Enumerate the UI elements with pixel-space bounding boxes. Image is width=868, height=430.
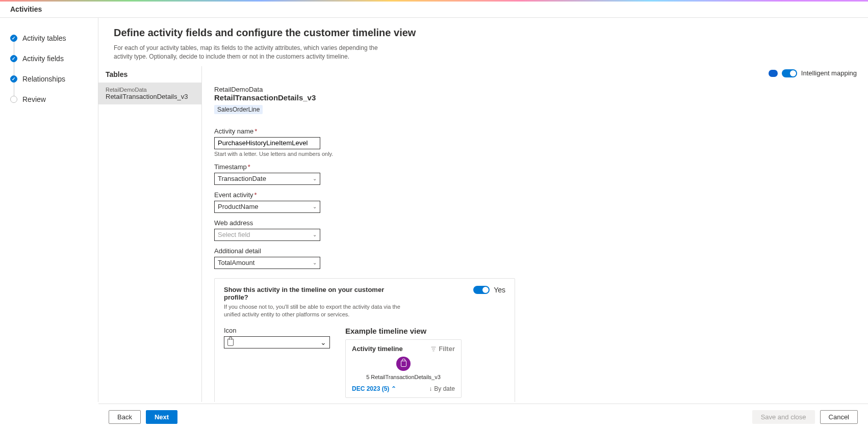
page-subtitle: For each of your activity tables, map it… — [114, 44, 379, 61]
wizard-footer: Back Next Save and close Cancel — [98, 404, 868, 430]
chevron-down-icon: ⌄ — [313, 176, 317, 181]
month-label: DEC 2023 (5) — [352, 385, 389, 392]
chevron-down-icon: ⌄ — [313, 232, 317, 237]
timeline-subtitle: If you choose not to, you'll still be ab… — [224, 303, 407, 319]
month-group-toggle[interactable]: DEC 2023 (5) ⌃ — [352, 385, 396, 392]
main-region: Activity tables Activity fields Relation… — [0, 18, 868, 402]
preview-header-label: Activity timeline — [352, 345, 403, 353]
preview-title: Example timeline view — [345, 327, 505, 335]
tables-column: Tables RetailDemoData RetailTransactionD… — [98, 66, 202, 402]
top-accent-stripe — [0, 0, 868, 2]
step-review[interactable]: Review — [0, 89, 98, 110]
activity-name-label: Activity name* — [214, 127, 856, 135]
table-item-source: RetailDemoData — [106, 87, 194, 93]
page-header: Activities — [0, 2, 868, 18]
activity-name-helper: Start with a letter. Use letters and num… — [214, 151, 856, 157]
next-button[interactable]: Next — [146, 410, 177, 424]
save-and-close-button: Save and close — [752, 410, 815, 424]
form-area: Intelligent mapping RetailDemoData Retai… — [202, 66, 868, 402]
table-item[interactable]: RetailDemoData RetailTransactionDetails_… — [98, 83, 201, 104]
chevron-down-icon: ⌄ — [320, 338, 326, 346]
web-address-label: Web address — [214, 219, 856, 227]
chevron-down-icon: ⌄ — [313, 204, 317, 209]
step-activity-tables[interactable]: Activity tables — [0, 28, 98, 48]
timeline-title: Show this activity in the timeline on yo… — [224, 286, 407, 301]
intelligent-mapping-toggle[interactable] — [782, 69, 797, 77]
preview-summary-line: 5 RetailTransactionDetails_v3 — [352, 374, 455, 380]
timestamp-select[interactable]: TransactionDate ⌄ — [214, 173, 320, 185]
web-address-placeholder: Select field — [218, 231, 250, 238]
show-in-timeline-control: Yes — [473, 286, 505, 294]
timeline-config-box: Show this activity in the timeline on yo… — [214, 278, 515, 402]
additional-detail-label: Additional detail — [214, 247, 856, 255]
event-activity-select[interactable]: ProductName ⌄ — [214, 201, 320, 213]
event-activity-label: Event activity* — [214, 191, 856, 199]
shopping-bag-icon — [227, 339, 234, 346]
filter-button[interactable]: Filter — [430, 345, 455, 353]
preview-column: Example timeline view Activity timeline … — [345, 327, 505, 398]
page-title: Define activity fields and configure the… — [114, 27, 853, 39]
back-button[interactable]: Back — [109, 410, 141, 424]
chevron-down-icon: ⌄ — [313, 260, 317, 265]
header-title: Activities — [10, 5, 42, 13]
step-dot-icon — [10, 35, 17, 42]
step-dot-icon — [10, 96, 17, 103]
intelligent-mapping-control: Intelligent mapping — [769, 69, 857, 77]
intelligent-mapping-label: Intelligent mapping — [801, 69, 857, 77]
steps-list: Activity tables Activity fields Relation… — [0, 28, 98, 110]
step-label: Relationships — [22, 75, 65, 83]
event-activity-value: ProductName — [218, 203, 258, 210]
step-label: Review — [22, 95, 46, 103]
detail-source: RetailDemoData — [214, 86, 856, 93]
sort-icon: ↓ — [429, 385, 432, 392]
preview-box: Activity timeline Filter — [345, 339, 462, 398]
tables-header: Tables — [98, 66, 201, 83]
content-header: Define activity fields and configure the… — [98, 18, 868, 66]
timestamp-label: Timestamp* — [214, 163, 856, 171]
activity-icon-badge — [396, 357, 411, 371]
step-label: Activity fields — [22, 55, 64, 63]
content-region: Define activity fields and configure the… — [98, 18, 868, 402]
chevron-up-icon: ⌃ — [391, 385, 396, 392]
detail-table-name: RetailTransactionDetails_v3 — [214, 93, 856, 102]
steps-sidebar: Activity tables Activity fields Relation… — [0, 18, 98, 402]
step-dot-icon — [10, 75, 17, 83]
step-relationships[interactable]: Relationships — [0, 69, 98, 89]
filter-label: Filter — [439, 345, 455, 353]
intelligent-mapping-indicator-icon — [769, 70, 778, 77]
web-address-select[interactable]: Select field ⌄ — [214, 229, 320, 241]
activity-name-input[interactable] — [214, 137, 320, 149]
icon-field-label: Icon — [224, 327, 330, 334]
table-item-name: RetailTransactionDetails_v3 — [106, 93, 194, 100]
cancel-button[interactable]: Cancel — [820, 410, 858, 424]
step-label: Activity tables — [22, 34, 66, 42]
icon-column: Icon ⌄ — [224, 327, 330, 348]
shopping-bag-icon — [401, 361, 406, 367]
sort-by-date-button[interactable]: ↓ By date — [429, 385, 455, 392]
content-body: Tables RetailDemoData RetailTransactionD… — [98, 66, 868, 402]
filter-icon — [430, 346, 437, 352]
timestamp-value: TransactionDate — [218, 175, 266, 182]
show-in-timeline-toggle[interactable] — [473, 286, 490, 294]
additional-detail-select[interactable]: TotalAmount ⌄ — [214, 257, 320, 269]
icon-select[interactable]: ⌄ — [224, 336, 330, 348]
additional-detail-value: TotalAmount — [218, 259, 254, 266]
entity-type-pill: SalesOrderLine — [214, 105, 263, 114]
sort-label: By date — [434, 385, 455, 392]
step-dot-icon — [10, 55, 17, 62]
show-in-timeline-yes: Yes — [494, 286, 505, 294]
step-activity-fields[interactable]: Activity fields — [0, 48, 98, 69]
